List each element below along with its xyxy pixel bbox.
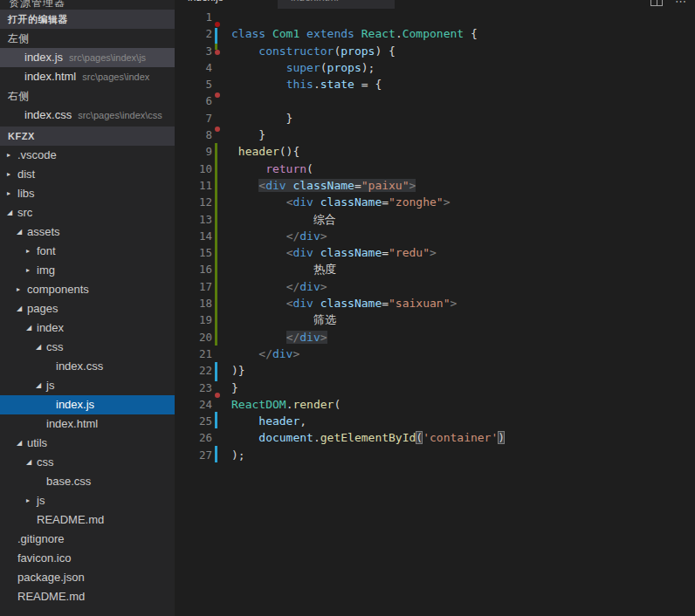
line-content[interactable]: header(){ — [212, 143, 299, 160]
tree-item-src[interactable]: ◢src — [0, 203, 175, 222]
line-number[interactable]: 18 — [175, 295, 212, 311]
code-token — [231, 331, 286, 344]
open-editor-item[interactable]: index.csssrc\pages\index\css — [0, 106, 175, 125]
line-content[interactable]: </div> — [212, 329, 327, 346]
open-editor-item[interactable]: index.htmlsrc\pages\index — [0, 67, 175, 86]
chevron-collapsed-icon: ▸ — [7, 146, 17, 165]
tree-item-label: assets — [27, 222, 60, 242]
line-content[interactable]: 综合 — [212, 211, 336, 228]
line-content[interactable]: ReactDOM.render( — [212, 396, 341, 413]
code-token: )} — [231, 364, 245, 377]
tree-item-index.css[interactable]: index.css — [0, 357, 175, 376]
project-section-header[interactable]: KFZX — [0, 127, 175, 146]
line-number[interactable]: 14 — [175, 228, 212, 244]
line-content[interactable]: <div className="redu"> — [212, 244, 437, 261]
line-number[interactable]: 26 — [175, 429, 212, 446]
tree-item-favicon.ico[interactable]: favicon.ico — [0, 549, 175, 568]
line-number[interactable]: 22 — [175, 362, 212, 379]
line-content[interactable]: super(props); — [212, 59, 375, 76]
line-number[interactable]: 4 — [175, 59, 212, 76]
tree-item-dist[interactable]: ▸dist — [0, 165, 175, 184]
tree-item-css[interactable]: ◢css — [0, 338, 175, 357]
line-number[interactable]: 9 — [175, 143, 212, 160]
open-editor-item[interactable]: index.jssrc\pages\index\js — [0, 48, 175, 67]
line-content[interactable]: return( — [212, 161, 313, 177]
line-number[interactable]: 17 — [175, 278, 212, 295]
tab-index.html[interactable]: index.html — [278, 0, 395, 9]
line-content[interactable]: 筛选 — [212, 311, 336, 328]
line-number[interactable]: 1 — [175, 9, 212, 25]
line-content[interactable]: <div className="paixu"> — [212, 177, 416, 194]
line-number[interactable]: 12 — [175, 194, 212, 210]
code-token: constructor — [258, 44, 334, 58]
tab-index.js[interactable]: index.js — [175, 0, 278, 9]
code-token: = — [382, 195, 389, 209]
line-number[interactable]: 6 — [175, 92, 212, 109]
code-token — [231, 195, 286, 209]
tree-item-package.json[interactable]: package.json — [0, 568, 175, 587]
open-editors-header[interactable]: 打开的编辑器 — [0, 10, 175, 29]
tree-item-libs[interactable]: ▸libs — [0, 184, 175, 203]
editor-group-label[interactable]: 右侧 — [0, 86, 175, 106]
tree-item-js[interactable]: ◢js — [0, 376, 175, 395]
tree-item-pages[interactable]: ◢pages — [0, 299, 175, 318]
line-content[interactable]: ); — [212, 447, 245, 463]
line-number[interactable]: 24 — [175, 396, 212, 413]
more-actions-icon[interactable]: ⋯ — [675, 0, 686, 6]
line-content[interactable] — [212, 9, 231, 25]
line-number[interactable]: 13 — [175, 211, 212, 228]
line-content[interactable]: <div className="zonghe"> — [212, 194, 451, 210]
tree-item-css[interactable]: ◢css — [0, 453, 175, 472]
tree-item-index.js[interactable]: index.js — [0, 395, 175, 414]
line-content[interactable]: class Com1 extends React.Component { — [212, 25, 478, 42]
tree-item-.vscode[interactable]: ▸.vscode — [0, 146, 175, 165]
line-number[interactable]: 15 — [175, 244, 212, 261]
line-number[interactable]: 21 — [175, 346, 212, 362]
tree-item-README.md[interactable]: README.md — [0, 587, 175, 606]
line-content[interactable]: <div className="saixuan"> — [212, 295, 457, 311]
line-content[interactable]: } — [212, 127, 265, 143]
tree-item-img[interactable]: ▸img — [0, 261, 175, 280]
tree-item-utils[interactable]: ◢utils — [0, 434, 175, 453]
line-content[interactable]: } — [212, 110, 292, 127]
line-number[interactable]: 10 — [175, 161, 212, 177]
line-content[interactable]: </div> — [212, 278, 327, 295]
tree-item-label: dist — [17, 165, 35, 184]
tree-item-index[interactable]: ◢index — [0, 318, 175, 338]
tree-item-base.css[interactable]: base.css — [0, 472, 175, 491]
line-content[interactable]: )} — [212, 362, 245, 379]
tree-item-.gitignore[interactable]: .gitignore — [0, 530, 175, 549]
line-number[interactable]: 19 — [175, 311, 212, 328]
line-number[interactable]: 11 — [175, 177, 212, 194]
line-content[interactable]: </div> — [212, 346, 299, 362]
line-content[interactable]: document.getElementById('container') — [212, 429, 505, 446]
code-token: className — [292, 179, 354, 192]
line-number[interactable]: 16 — [175, 261, 212, 277]
tree-item-font[interactable]: ▸font — [0, 242, 175, 261]
line-number[interactable]: 7 — [175, 110, 212, 127]
tree-item-README.md[interactable]: README.md — [0, 510, 175, 530]
line-content[interactable]: </div> — [212, 228, 327, 244]
line-number[interactable]: 23 — [175, 380, 212, 396]
tree-item-js[interactable]: ▸js — [0, 491, 175, 510]
tree-item-assets[interactable]: ◢assets — [0, 222, 175, 242]
tree-item-index.html[interactable]: index.html — [0, 414, 175, 434]
line-number[interactable]: 2 — [175, 25, 212, 42]
line-content[interactable] — [212, 92, 231, 109]
line-content[interactable]: this.state = { — [212, 76, 382, 92]
line-number[interactable]: 8 — [175, 127, 212, 143]
line-number[interactable]: 20 — [175, 329, 212, 346]
line-content[interactable]: } — [212, 380, 238, 396]
editor-group-label[interactable]: 左侧 — [0, 29, 175, 48]
split-editor-icon[interactable] — [650, 0, 663, 6]
line-number[interactable]: 5 — [175, 76, 212, 92]
line-content[interactable]: 热度 — [212, 261, 336, 277]
line-content[interactable]: header, — [212, 413, 306, 429]
line-content[interactable]: constructor(props) { — [212, 43, 396, 59]
code-token: > — [451, 297, 458, 310]
tree-item-components[interactable]: ▸components — [0, 280, 175, 299]
line-number[interactable]: 27 — [175, 447, 212, 463]
line-number[interactable]: 25 — [175, 413, 212, 429]
line-number[interactable]: 3 — [175, 43, 212, 59]
code-line: 4 super(props); — [175, 59, 695, 76]
